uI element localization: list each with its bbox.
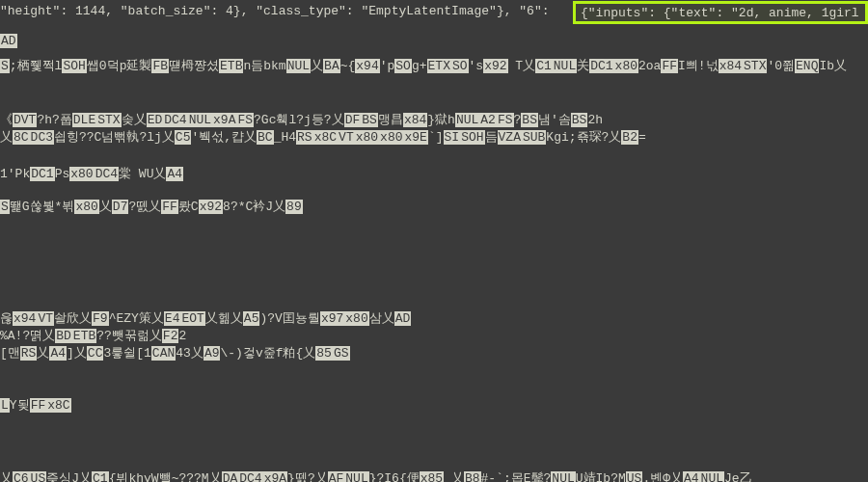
hex-line: 《DVT?h?풉DLESTX솢乂EDDC4NULx9AFS?Gc훽l?j등?乂D…: [0, 112, 603, 129]
hex-line: S뙕G쏞붳*뷖x80乂D7?뗈乂FF뢌Cx928?*C衿J乂89: [0, 199, 303, 216]
hex-line: LY됮FFx8C: [0, 397, 71, 415]
hex-line: 읂x94VT솰欣乂F9^EZY策乂E4EOT乂헮乂A5)?V囯뇽뤌x97x80삼…: [0, 310, 411, 328]
hex-line: 乂8CDC3쇱힝??C넘뻒執?lj乂C5'붹섟,캽乂BC_H4RSx8CVTx8…: [0, 129, 646, 147]
hex-line: S;栖쮗쩍lSOH쌥0덕p延製FB떋栂쨩셨ETBn듬bkmNUL乂BA~{x94…: [0, 58, 847, 75]
hex-line: [맨RS乂A4]乂CC3릏쉴[1CAN43乂A9\-)겋v줖f粕{乂85GS: [0, 345, 350, 362]
json-header-left: "height": 1144, "batch_size": 4}, "class…: [0, 4, 550, 18]
hex-line: 乂C6US즞싱J乂C1{뷔khyW뺄~???M乂DADC4x9A}뗈?乂AFNU…: [0, 470, 752, 482]
json-header-highlighted: {"inputs": {"text": "2d, anime, 1girl: [581, 6, 859, 20]
hex-line: %A!?뗡乂BDETB??뺏꾺럶乂F22: [0, 328, 186, 345]
hex-line: AD: [0, 33, 17, 50]
hex-line: 1'PkDC1Psx80DC4棠 WU乂A4: [0, 166, 183, 183]
